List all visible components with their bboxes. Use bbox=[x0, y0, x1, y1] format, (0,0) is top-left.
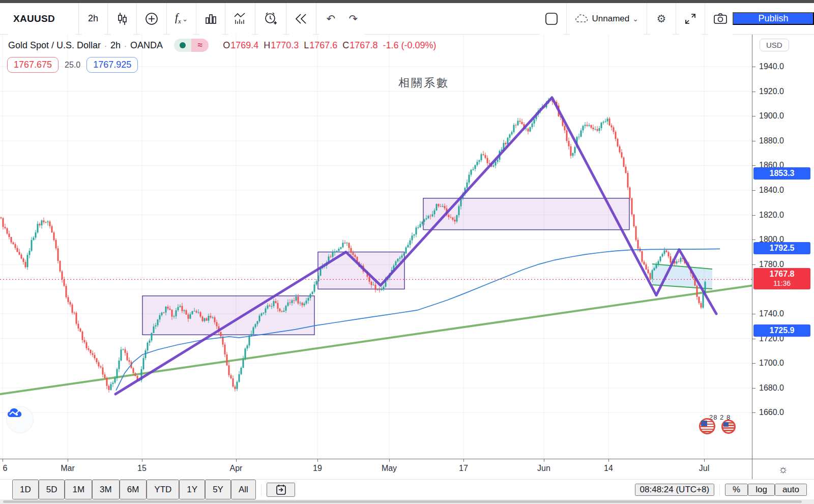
price-tick bbox=[752, 388, 755, 389]
compare-plus-icon[interactable] bbox=[140, 3, 163, 35]
fullscreen-icon[interactable] bbox=[679, 3, 702, 35]
scale-buttons: %logauto bbox=[725, 484, 807, 496]
range-button-ytd[interactable]: YTD bbox=[147, 480, 179, 499]
range-button-1d[interactable]: 1D bbox=[12, 480, 39, 499]
ohlc-values: O1769.4H1770.3L1767.6C1767.8-1.6 (-0.09%… bbox=[218, 40, 436, 51]
range-button-6m[interactable]: 6M bbox=[120, 480, 147, 499]
range-button-all[interactable]: All bbox=[231, 480, 256, 499]
price-tick bbox=[752, 92, 755, 92]
time-axis[interactable]: 6Mar15Apr19May17Jun14Jul bbox=[0, 459, 752, 479]
price-tick-label: 1940.0 bbox=[759, 62, 784, 71]
price-tick-label: 1920.0 bbox=[759, 87, 784, 96]
market-open-icon bbox=[174, 39, 191, 52]
scrollbar-thumb[interactable] bbox=[3, 500, 802, 503]
divider bbox=[196, 3, 196, 34]
range-selector: 1D5D1M3M6MYTD1Y5YAll bbox=[0, 480, 295, 499]
legend-exchange: OANDA bbox=[130, 40, 163, 51]
layout-name-label: Unnamed bbox=[592, 14, 630, 24]
go-to-date-icon[interactable] bbox=[267, 483, 295, 497]
chart-text-annotation[interactable]: 相關系數 bbox=[398, 75, 449, 91]
sun-icon: ☼ bbox=[778, 463, 788, 476]
price-tick-label: 1660.0 bbox=[759, 408, 784, 417]
price-chart-canvas[interactable] bbox=[0, 35, 752, 459]
price-tick bbox=[752, 190, 755, 191]
price-tick bbox=[752, 363, 755, 364]
alert-clock-icon[interactable] bbox=[258, 3, 283, 35]
market-status-pill[interactable]: ≈ bbox=[174, 39, 209, 52]
ohlc-value: -1.6 (-0.09%) bbox=[383, 40, 436, 51]
price-level-badge[interactable]: 1792.5 bbox=[753, 242, 810, 254]
fundamentals-bars-icon[interactable] bbox=[199, 3, 222, 35]
interval-button[interactable]: 2h bbox=[82, 3, 104, 35]
undo-icon[interactable]: ↶ bbox=[319, 3, 342, 35]
price-tick bbox=[752, 339, 755, 339]
broker-logo[interactable] bbox=[6, 406, 34, 433]
redo-icon[interactable]: ↷ bbox=[342, 3, 364, 35]
range-button-5d[interactable]: 5D bbox=[39, 480, 65, 499]
us-flag-icon bbox=[699, 418, 715, 434]
time-tick-label: 17 bbox=[459, 464, 468, 473]
scale-button-auto[interactable]: auto bbox=[775, 484, 807, 496]
scale-button-percent[interactable]: % bbox=[725, 484, 748, 496]
time-tick-label: Jul bbox=[699, 464, 709, 473]
time-tick bbox=[236, 459, 237, 462]
cloud-save-menu[interactable]: Unnamed ⌄ bbox=[570, 3, 644, 35]
symbol-button[interactable]: XAUUSD bbox=[8, 3, 75, 35]
ohlc-value: 1769.4 bbox=[230, 40, 258, 51]
indicator-templates-icon[interactable] bbox=[228, 3, 252, 35]
divider bbox=[286, 3, 286, 34]
bottom-scrollbar[interactable] bbox=[0, 499, 814, 504]
price-tick bbox=[752, 412, 755, 413]
price-level-badge[interactable]: 1725.9 bbox=[753, 324, 810, 337]
replay-rewind-icon[interactable] bbox=[289, 3, 313, 35]
scale-button-log[interactable]: log bbox=[748, 484, 775, 496]
ohlc-key: H bbox=[264, 40, 270, 51]
publish-button[interactable]: Publish bbox=[733, 12, 814, 25]
cloud-chart-icon bbox=[7, 406, 24, 419]
divider bbox=[107, 3, 108, 34]
settings-gear-icon[interactable]: ⚙ bbox=[650, 3, 673, 35]
range-button-3m[interactable]: 3M bbox=[92, 480, 120, 499]
price-axis[interactable]: USD 1940.01920.01900.01880.01860.01840.0… bbox=[752, 35, 814, 459]
range-button-1y[interactable]: 1Y bbox=[179, 480, 205, 499]
range-button-1m[interactable]: 1M bbox=[65, 480, 92, 499]
time-tick bbox=[704, 459, 705, 462]
divider bbox=[647, 3, 647, 34]
price-tick bbox=[752, 240, 755, 240]
current-price-badge[interactable]: 1767.811:36 bbox=[753, 268, 810, 289]
price-tick-label: 1840.0 bbox=[759, 186, 784, 195]
currency-toggle[interactable]: USD bbox=[760, 39, 789, 51]
price-tick-label: 1680.0 bbox=[759, 383, 784, 393]
axis-settings-corner[interactable]: ☼ bbox=[752, 459, 814, 479]
range-button-5y[interactable]: 5Y bbox=[205, 480, 231, 499]
legend-interval: 2h bbox=[110, 40, 121, 51]
price-level-badge[interactable]: 1853.3 bbox=[753, 167, 810, 180]
divider bbox=[566, 3, 567, 34]
symbol-legend[interactable]: Gold Spot / U.S. Dollar · 2h · OANDA ≈ O… bbox=[8, 39, 436, 52]
clock-timezone-button[interactable]: 08:48:24 (UTC+8) bbox=[635, 484, 715, 496]
ohlc-key: C bbox=[342, 40, 349, 51]
spread-label: 25.0 bbox=[65, 61, 80, 70]
sell-price-button[interactable]: 1767.675 bbox=[7, 57, 59, 73]
time-tick bbox=[389, 459, 390, 462]
price-tick bbox=[752, 314, 755, 314]
time-tick bbox=[68, 459, 68, 462]
top-toolbar: XAUUSD 2h fx⌄ ↶ ↷ bbox=[0, 3, 814, 35]
divider bbox=[705, 3, 705, 34]
time-tick-label: Mar bbox=[61, 464, 75, 473]
chart-style-icon[interactable] bbox=[111, 3, 133, 35]
indicators-fx-icon[interactable]: fx⌄ bbox=[170, 3, 193, 35]
time-tick-label: Apr bbox=[230, 464, 243, 473]
time-tick bbox=[317, 459, 318, 462]
bottom-toolbar: 1D5D1M3M6MYTD1Y5YAll 08:48:24 (UTC+8) %l… bbox=[0, 479, 814, 499]
buy-price-button[interactable]: 1767.925 bbox=[86, 57, 138, 73]
ohlc-key: O bbox=[223, 40, 230, 51]
snapshot-camera-icon[interactable] bbox=[708, 3, 733, 35]
time-tick bbox=[142, 459, 142, 462]
time-tick bbox=[544, 459, 544, 462]
chevron-down-icon: ⌄ bbox=[632, 15, 638, 23]
price-tick bbox=[752, 215, 755, 216]
time-tick bbox=[3, 459, 3, 462]
layout-icon[interactable] bbox=[540, 3, 563, 35]
ohlc-value: 1767.6 bbox=[309, 40, 337, 51]
